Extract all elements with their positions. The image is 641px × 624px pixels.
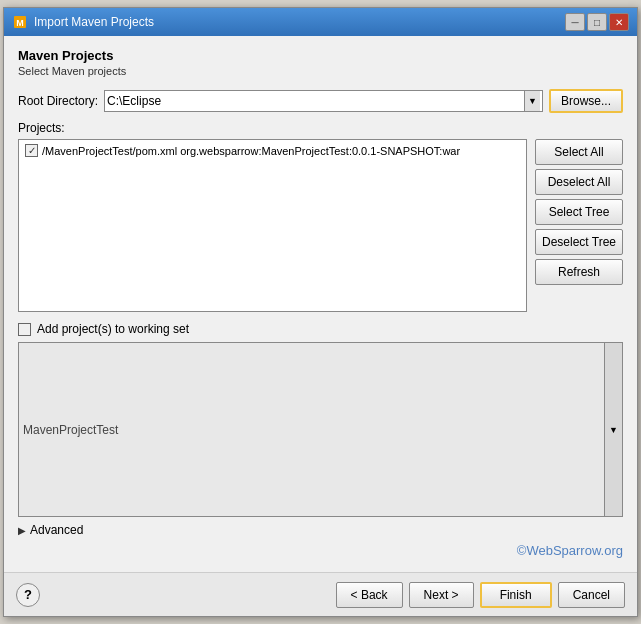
footer-left: ? [16, 583, 40, 607]
select-all-button[interactable]: Select All [535, 139, 623, 165]
title-bar-left: M Import Maven Projects [12, 14, 154, 30]
project-text: /MavenProjectTest/pom.xml org.websparrow… [42, 145, 460, 157]
select-tree-button[interactable]: Select Tree [535, 199, 623, 225]
cancel-button[interactable]: Cancel [558, 582, 625, 608]
import-maven-dialog: M Import Maven Projects ─ □ ✕ Maven Proj… [3, 7, 638, 617]
refresh-button[interactable]: Refresh [535, 259, 623, 285]
side-buttons: Select All Deselect All Select Tree Dese… [535, 139, 623, 312]
back-button[interactable]: < Back [336, 582, 403, 608]
advanced-label: Advanced [30, 523, 83, 537]
section-subtitle: Select Maven projects [18, 65, 623, 77]
root-directory-dropdown[interactable]: ▼ [524, 91, 540, 111]
footer: ? < Back Next > Finish Cancel [4, 572, 637, 616]
working-set-input[interactable] [19, 343, 604, 516]
browse-button[interactable]: Browse... [549, 89, 623, 113]
root-directory-row: Root Directory: ▼ Browse... [18, 89, 623, 113]
watermark: ©WebSparrow.org [18, 543, 623, 558]
list-item[interactable]: /MavenProjectTest/pom.xml org.websparrow… [21, 142, 524, 159]
deselect-all-button[interactable]: Deselect All [535, 169, 623, 195]
dialog-content: Maven Projects Select Maven projects Roo… [4, 36, 637, 572]
working-set-row: Add project(s) to working set [18, 322, 623, 336]
root-directory-field[interactable]: ▼ [104, 90, 543, 112]
working-set-dropdown-arrow[interactable]: ▼ [604, 343, 622, 516]
help-button[interactable]: ? [16, 583, 40, 607]
window-icon: M [12, 14, 28, 30]
project-checkbox[interactable] [25, 144, 38, 157]
footer-nav-buttons: < Back Next > Finish Cancel [336, 582, 625, 608]
minimize-button[interactable]: ─ [565, 13, 585, 31]
working-set-input-wrapper[interactable]: ▼ [18, 342, 623, 517]
projects-area: /MavenProjectTest/pom.xml org.websparrow… [18, 139, 623, 312]
close-button[interactable]: ✕ [609, 13, 629, 31]
window-title: Import Maven Projects [34, 15, 154, 29]
maximize-button[interactable]: □ [587, 13, 607, 31]
title-bar: M Import Maven Projects ─ □ ✕ [4, 8, 637, 36]
next-button[interactable]: Next > [409, 582, 474, 608]
root-directory-label: Root Directory: [18, 94, 98, 108]
working-set-label: Add project(s) to working set [37, 322, 189, 336]
advanced-expand-icon: ▶ [18, 525, 26, 536]
projects-label: Projects: [18, 121, 623, 135]
finish-button[interactable]: Finish [480, 582, 552, 608]
root-directory-input[interactable] [107, 94, 524, 108]
advanced-row[interactable]: ▶ Advanced [18, 523, 623, 537]
title-controls: ─ □ ✕ [565, 13, 629, 31]
section-title: Maven Projects [18, 48, 623, 63]
working-set-checkbox[interactable] [18, 323, 31, 336]
projects-list[interactable]: /MavenProjectTest/pom.xml org.websparrow… [18, 139, 527, 312]
svg-text:M: M [16, 18, 24, 28]
deselect-tree-button[interactable]: Deselect Tree [535, 229, 623, 255]
